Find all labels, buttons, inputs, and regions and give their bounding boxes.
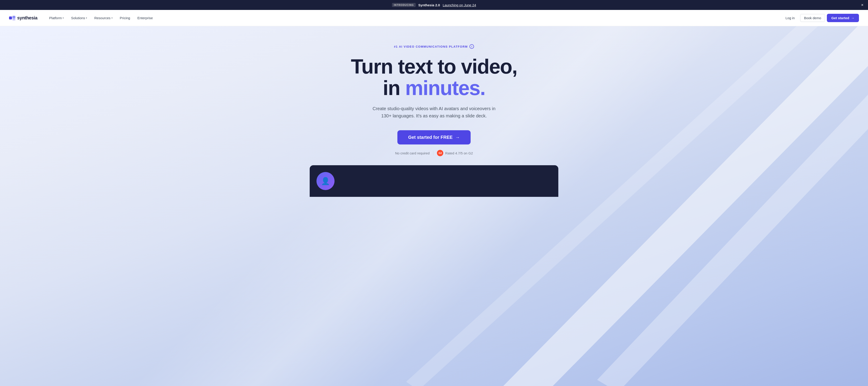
- svg-rect-0: [9, 16, 12, 20]
- navbar: synthesia Platform ▾ Solutions ▾ Resourc…: [0, 10, 868, 26]
- hero-trust: No credit card required G2 Rated 4.7/5 o…: [395, 150, 473, 156]
- nav-solutions-chevron: ▾: [86, 17, 87, 19]
- video-preview-container: 👤: [310, 165, 558, 197]
- hero-heading: Turn text to video, in minutes.: [351, 56, 517, 99]
- hero-cta-button[interactable]: Get started for FREE →: [397, 130, 471, 144]
- nav-resources-chevron: ▾: [112, 17, 113, 19]
- nav-item-platform[interactable]: Platform ▾: [46, 14, 67, 22]
- g2-badge: G2 Rated 4.7/5 on G2: [437, 150, 473, 156]
- logo-icon: [9, 16, 16, 20]
- banner-product-name: Synthesia 2.0: [418, 3, 440, 7]
- nav-pricing-label: Pricing: [120, 16, 130, 20]
- logo[interactable]: synthesia: [9, 15, 37, 21]
- no-credit-card-text: No credit card required: [395, 151, 430, 155]
- avatar-icon: 👤: [321, 177, 330, 185]
- hero-cta-arrow: →: [455, 135, 460, 140]
- nav-right: Log in Book demo Get started →: [782, 14, 859, 22]
- nav-item-solutions[interactable]: Solutions ▾: [68, 14, 90, 22]
- banner-close-button[interactable]: ×: [861, 3, 864, 7]
- badge-container: #1 AI VIDEO COMMUNICATIONS PLATFORM i: [394, 44, 474, 49]
- avatar-preview: 👤: [316, 172, 335, 190]
- svg-line-3: [477, 26, 868, 386]
- logo-text: synthesia: [17, 15, 37, 21]
- book-demo-button[interactable]: Book demo: [800, 14, 825, 22]
- platform-badge: #1 AI VIDEO COMMUNICATIONS PLATFORM: [394, 45, 468, 48]
- nav-left: synthesia Platform ▾ Solutions ▾ Resourc…: [9, 14, 156, 22]
- get-started-nav-arrow: →: [851, 16, 855, 20]
- login-button[interactable]: Log in: [782, 14, 798, 22]
- nav-resources-label: Resources: [94, 16, 111, 20]
- banner-cta-link[interactable]: Launching on June 24: [442, 3, 476, 7]
- svg-line-4: [608, 26, 868, 386]
- nav-platform-label: Platform: [49, 16, 62, 20]
- trust-divider: [433, 151, 433, 155]
- nav-links: Platform ▾ Solutions ▾ Resources ▾ Prici…: [46, 14, 156, 22]
- announcement-banner: INTRODUCING Synthesia 2.0 Launching on J…: [0, 0, 868, 10]
- info-icon-label: i: [471, 45, 472, 48]
- nav-solutions-label: Solutions: [71, 16, 85, 20]
- introducing-badge: INTRODUCING: [392, 3, 416, 7]
- g2-logo-text: G2: [438, 152, 442, 154]
- hero-section: #1 AI VIDEO COMMUNICATIONS PLATFORM i Tu…: [0, 26, 868, 386]
- nav-item-pricing[interactable]: Pricing: [117, 14, 133, 22]
- nav-item-enterprise[interactable]: Enterprise: [135, 14, 156, 22]
- hero-heading-line1: Turn text to video,: [351, 55, 517, 78]
- svg-rect-2: [12, 19, 16, 20]
- info-icon[interactable]: i: [469, 44, 474, 49]
- g2-rating-text: Rated 4.7/5 on G2: [445, 151, 473, 155]
- hero-subtext: Create studio-quality videos with AI ava…: [371, 105, 497, 119]
- nav-platform-chevron: ▾: [63, 17, 64, 19]
- nav-item-resources[interactable]: Resources ▾: [92, 14, 115, 22]
- hero-heading-prefix: in: [383, 77, 405, 99]
- get-started-nav-label: Get started: [831, 16, 849, 20]
- hero-heading-highlight: minutes.: [405, 77, 485, 99]
- g2-logo-icon: G2: [437, 150, 443, 156]
- hero-cta-label: Get started for FREE: [408, 135, 453, 140]
- nav-enterprise-label: Enterprise: [137, 16, 153, 20]
- banner-content: INTRODUCING Synthesia 2.0 Launching on J…: [392, 3, 476, 7]
- get-started-nav-button[interactable]: Get started →: [827, 14, 859, 22]
- svg-rect-1: [12, 16, 16, 19]
